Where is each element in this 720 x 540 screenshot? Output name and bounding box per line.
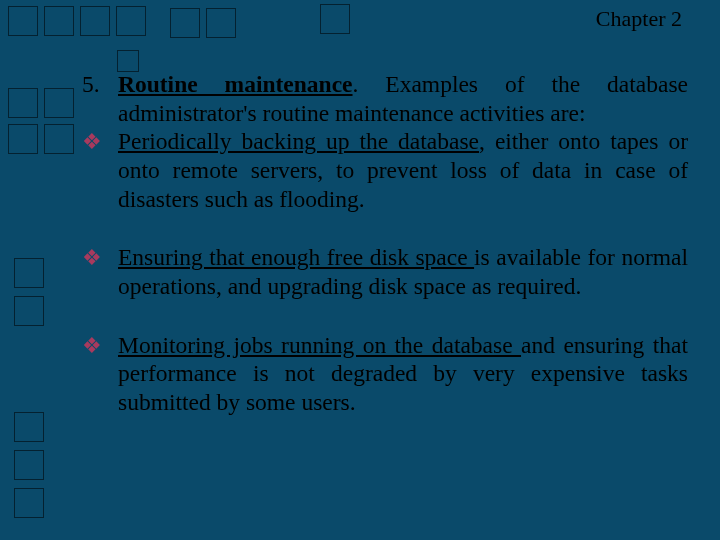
bullet-item: ❖ Periodically backing up the database, … bbox=[82, 127, 688, 213]
bullet-item: ❖ Monitoring jobs running on the databas… bbox=[82, 331, 688, 417]
deco-square bbox=[44, 124, 74, 154]
list-item-numbered: 5. Routine maintenance. Examples of the … bbox=[82, 70, 688, 127]
bullet-body: Periodically backing up the database, ei… bbox=[118, 127, 688, 213]
deco-square bbox=[206, 8, 236, 38]
deco-square bbox=[8, 6, 38, 36]
deco-square bbox=[14, 488, 44, 518]
deco-square bbox=[8, 88, 38, 118]
deco-square bbox=[320, 4, 350, 34]
list-body: Routine maintenance. Examples of the dat… bbox=[118, 70, 688, 127]
item-title-underline: Routine maintenance bbox=[118, 71, 353, 97]
bullet-lead-underline: Periodically backing up the database bbox=[118, 128, 479, 154]
bullet-body: Ensuring that enough free disk space is … bbox=[118, 243, 688, 300]
spacer bbox=[82, 301, 688, 331]
diamond-icon: ❖ bbox=[82, 243, 118, 272]
diamond-icon: ❖ bbox=[82, 331, 118, 360]
chapter-label: Chapter 2 bbox=[596, 6, 682, 32]
spacer bbox=[82, 213, 688, 243]
deco-square bbox=[116, 6, 146, 36]
deco-square bbox=[14, 412, 44, 442]
slide: Chapter 2 5. Routine maintenance. Exampl… bbox=[0, 0, 720, 540]
slide-content: 5. Routine maintenance. Examples of the … bbox=[82, 70, 688, 417]
bullet-item: ❖ Ensuring that enough free disk space i… bbox=[82, 243, 688, 300]
bullet-lead-underline: Ensuring that enough free disk space bbox=[118, 244, 474, 270]
bullet-body: Monitoring jobs running on the database … bbox=[118, 331, 688, 417]
list-number: 5. bbox=[82, 70, 118, 99]
deco-square bbox=[44, 88, 74, 118]
bullet-lead-underline: Monitoring jobs running on the database bbox=[118, 332, 521, 358]
deco-square bbox=[14, 296, 44, 326]
deco-square bbox=[14, 450, 44, 480]
deco-square bbox=[80, 6, 110, 36]
deco-square bbox=[117, 50, 139, 72]
deco-square bbox=[170, 8, 200, 38]
deco-square bbox=[44, 6, 74, 36]
deco-square bbox=[14, 258, 44, 288]
deco-square bbox=[8, 124, 38, 154]
diamond-icon: ❖ bbox=[82, 127, 118, 156]
